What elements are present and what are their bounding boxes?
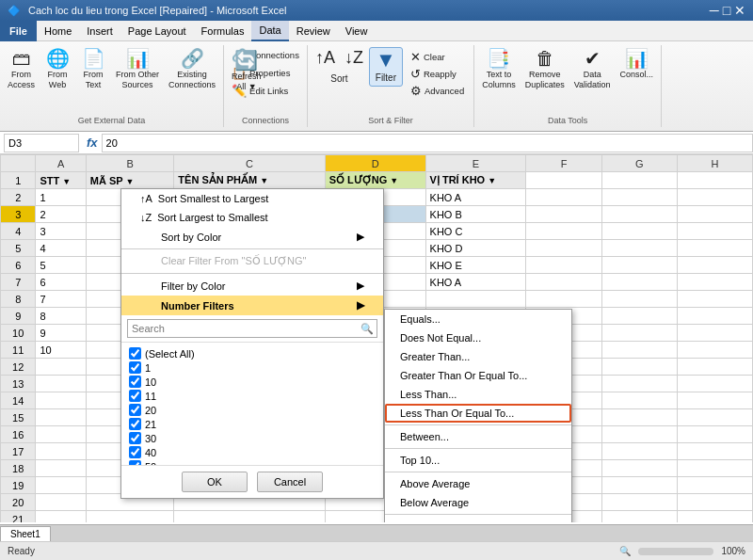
col-header-E[interactable]: E <box>425 155 526 172</box>
col-header-D[interactable]: D <box>325 155 425 172</box>
cell-E8[interactable] <box>425 291 526 308</box>
cell-E6[interactable]: KHO E <box>425 257 526 274</box>
cell-G11[interactable] <box>601 342 677 359</box>
menu-page-layout[interactable]: Page Layout <box>120 21 194 41</box>
cell-E5[interactable]: KHO D <box>425 240 526 257</box>
filter-less-than[interactable]: Less Than... <box>385 385 571 404</box>
cell-G4[interactable] <box>601 223 677 240</box>
cancel-button[interactable]: Cancel <box>257 472 323 492</box>
from-access-button[interactable]: 🗃 FromAccess <box>4 47 39 92</box>
sort-button[interactable]: Sort <box>322 72 356 87</box>
cell-A9[interactable]: 8 <box>36 308 86 325</box>
cell-F1[interactable] <box>526 172 601 189</box>
checkbox-21[interactable]: 21 <box>129 417 376 431</box>
number-filters[interactable]: Number Filters ▶ <box>121 296 383 315</box>
filter-equals[interactable]: Equals... <box>385 310 571 328</box>
zoom-slider[interactable] <box>638 548 713 555</box>
sheet-tab-1[interactable]: Sheet1 <box>0 526 51 541</box>
cell-E1[interactable]: VỊ TRÍ KHO ▼ <box>425 172 526 189</box>
cell-B1[interactable]: MÃ SP ▼ <box>86 172 174 189</box>
cell-H10[interactable] <box>677 325 752 342</box>
text-to-columns-button[interactable]: 📑 Text toColumns <box>478 47 520 92</box>
filter-custom[interactable]: Custom Filter... <box>385 517 571 522</box>
filter-top10[interactable]: Top 10... <box>385 451 571 470</box>
cell-A10[interactable]: 9 <box>36 325 86 342</box>
cell-A5[interactable]: 4 <box>36 240 86 257</box>
cell-F3[interactable] <box>526 206 601 223</box>
data-validation-button[interactable]: ✔ DataValidation <box>570 47 615 92</box>
cell-A12[interactable] <box>36 359 86 376</box>
cell-F2[interactable] <box>526 189 601 206</box>
cell-G3[interactable] <box>601 206 677 223</box>
filter-button[interactable]: ▼ Filter <box>369 47 403 87</box>
from-web-button[interactable]: 🌐 FromWeb <box>40 47 74 92</box>
cell-A8[interactable]: 7 <box>36 291 86 308</box>
cell-F8[interactable] <box>526 291 601 308</box>
cell-A7[interactable]: 6 <box>36 274 86 291</box>
menu-formulas[interactable]: Formulas <box>194 21 252 41</box>
filter-below-average[interactable]: Below Average <box>385 493 571 512</box>
cell-G6[interactable] <box>601 257 677 274</box>
reapply-button[interactable]: ↺ Reapply <box>407 66 468 82</box>
cell-A3[interactable]: 2 <box>36 206 86 223</box>
filter-less-equal[interactable]: Less Than Or Equal To... <box>385 404 571 423</box>
menu-home[interactable]: Home <box>37 21 79 41</box>
cell-F5[interactable] <box>526 240 601 257</box>
cell-H4[interactable] <box>677 223 752 240</box>
cell-G10[interactable] <box>601 325 677 342</box>
cell-F4[interactable] <box>526 223 601 240</box>
col-header-H[interactable]: H <box>677 155 752 172</box>
cell-G7[interactable] <box>601 274 677 291</box>
remove-duplicates-button[interactable]: 🗑 RemoveDuplicates <box>521 47 569 92</box>
cell-H6[interactable] <box>677 257 752 274</box>
cell-H9[interactable] <box>677 308 752 325</box>
cell-E7[interactable]: KHO A <box>425 274 526 291</box>
cell-G9[interactable] <box>601 308 677 325</box>
cell-A4[interactable]: 3 <box>36 223 86 240</box>
cell-E3[interactable]: KHO B <box>425 206 526 223</box>
col-header-B[interactable]: B <box>86 155 174 172</box>
sort-largest-smallest[interactable]: ↓Z Sort Largest to Smallest <box>121 208 383 227</box>
menu-view[interactable]: View <box>338 21 376 41</box>
filter-by-color[interactable]: Filter by Color ▶ <box>121 276 383 296</box>
menu-data[interactable]: Data <box>251 21 288 41</box>
cell-G8[interactable] <box>601 291 677 308</box>
cell-A1[interactable]: STT ▼ <box>36 172 86 189</box>
from-other-sources-button[interactable]: 📊 From OtherSources <box>112 47 163 92</box>
filter-does-not-equal[interactable]: Does Not Equal... <box>385 328 571 347</box>
col-header-G[interactable]: G <box>601 155 677 172</box>
filter-greater-than[interactable]: Greater Than... <box>385 347 571 366</box>
advanced-button[interactable]: ⚙ Advanced <box>407 83 468 99</box>
cell-H11[interactable] <box>677 342 752 359</box>
refresh-all-button[interactable]: 🔄 RefreshAll ▼ <box>228 49 265 94</box>
formula-input[interactable]: 20 <box>102 134 753 152</box>
cell-A11[interactable]: 10 <box>36 342 86 359</box>
filter-greater-equal[interactable]: Greater Than Or Equal To... <box>385 366 571 385</box>
cell-A2[interactable]: 1 <box>36 189 86 206</box>
cell-G2[interactable] <box>601 189 677 206</box>
search-input[interactable] <box>127 319 377 338</box>
col-header-C[interactable]: C <box>174 155 325 172</box>
checkbox-1[interactable]: 1 <box>129 360 376 375</box>
cell-H7[interactable] <box>677 274 752 291</box>
menu-insert[interactable]: Insert <box>79 21 120 41</box>
cell-E2[interactable]: KHO A <box>425 189 526 206</box>
col-header-A[interactable]: A <box>36 155 86 172</box>
cell-G1[interactable] <box>601 172 677 189</box>
cell-H8[interactable] <box>677 291 752 308</box>
cell-D1[interactable]: SỐ LƯỢNG ▼ <box>325 172 425 189</box>
cell-C1[interactable]: TÊN SẢN PHẨM ▼ <box>174 172 325 189</box>
sort-ascending-button[interactable]: ↑A <box>312 47 339 70</box>
checkbox-11[interactable]: 11 <box>129 389 376 403</box>
cell-A6[interactable]: 5 <box>36 257 86 274</box>
file-menu[interactable]: File <box>0 21 37 41</box>
cell-H1[interactable] <box>677 172 752 189</box>
sort-smallest-largest[interactable]: ↑A Sort Smallest to Largest <box>121 189 383 208</box>
cell-F7[interactable] <box>526 274 601 291</box>
checkbox-10[interactable]: 10 <box>129 375 376 389</box>
existing-connections-button[interactable]: 🔗 ExistingConnections <box>165 47 219 92</box>
col-header-F[interactable]: F <box>526 155 601 172</box>
checkbox-30[interactable]: 30 <box>129 431 376 445</box>
checkbox-select-all[interactable]: (Select All) <box>129 346 376 360</box>
cell-F6[interactable] <box>526 257 601 274</box>
